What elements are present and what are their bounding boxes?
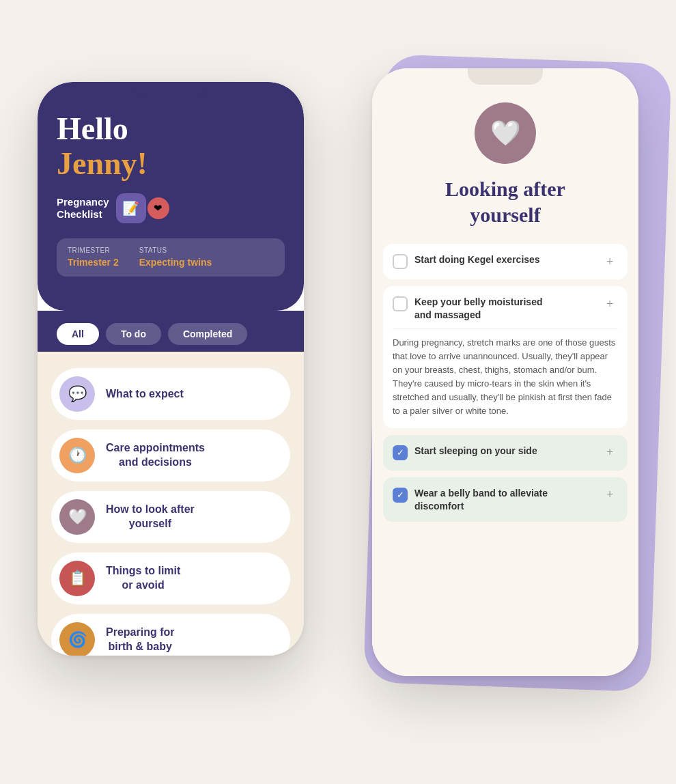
filter-row: All To do Completed [38,311,304,352]
checklist-label: Pregnancy Checklist [57,196,109,221]
category-preparing-for-birth[interactable]: 🌀 Preparing forbirth & baby [51,614,290,656]
belly-expand-button[interactable]: + [602,296,618,312]
category-care-appointments[interactable]: 🕐 Care appointmentsand decisions [51,430,290,481]
item-belly-band: ✓ Wear a belly band to alleviatediscomfo… [383,477,628,522]
kegel-label: Start doing Kegel exercises [414,253,595,266]
status-card: TRIMESTER Trimester 2 STATUS Expecting t… [57,238,285,277]
preparing-label: Preparing forbirth & baby [106,626,174,654]
greeting-hello: Hello [57,112,285,147]
item-kegel: Start doing Kegel exercises + [383,244,628,279]
checklist-label-text: Pregnancy Checklist [57,196,109,221]
status-item: STATUS Expecting twins [139,247,212,268]
look-after-label: How to look afteryourself [106,503,195,531]
trimester-value: Trimester 2 [68,257,119,268]
phone-left: Hello Jenny! Pregnancy Checklist 📝 ❤ TRI… [38,82,304,656]
belly-band-expand-button[interactable]: + [602,487,618,503]
preparing-icon: 🌀 [59,622,95,656]
item-kegel-row: Start doing Kegel exercises + [393,253,618,270]
checklist-row: Pregnancy Checklist 📝 ❤ [57,193,285,223]
phone-right: 🤍 Looking afteryourself Start doing Kege… [372,68,638,676]
item-belly-band-row: ✓ Wear a belly band to alleviatediscomfo… [393,487,618,513]
filter-completed-button[interactable]: Completed [168,323,247,345]
sleeping-checkbox[interactable]: ✓ [393,445,408,460]
belly-band-label: Wear a belly band to alleviatediscomfort [414,487,595,513]
filter-todo-button[interactable]: To do [106,323,161,345]
care-appointments-icon: 🕐 [59,438,95,473]
item-belly-moisturised: Keep your belly moisturisedand massaged … [383,286,628,428]
look-after-icon: 🤍 [59,499,95,535]
trimester-item: TRIMESTER Trimester 2 [68,247,119,268]
things-to-limit-label: Things to limitor avoid [106,564,180,593]
item-sleeping-row: ✓ Start sleeping on your side + [393,445,618,461]
category-what-to-expect[interactable]: 💬 What to expect [51,368,290,420]
category-things-to-limit[interactable]: 📋 Things to limitor avoid [51,552,290,604]
category-list: 💬 What to expect 🕐 Care appointmentsand … [38,352,304,656]
category-how-to-look-after[interactable]: 🤍 How to look afteryourself [51,491,290,543]
sleeping-label: Start sleeping on your side [414,445,595,458]
belly-checkbox[interactable] [393,296,408,311]
status-value: Expecting twins [139,257,212,268]
right-hero-icon: 🤍 [475,102,536,164]
kegel-expand-button[interactable]: + [602,253,618,270]
right-title: Looking afteryourself [418,176,593,227]
status-label: STATUS [139,247,212,254]
left-inner: Hello Jenny! Pregnancy Checklist 📝 ❤ TRI… [38,82,304,656]
item-sleeping-side: ✓ Start sleeping on your side + [383,435,628,471]
belly-detail-text: During pregnancy, stretch marks are one … [393,328,618,419]
care-appointments-label: Care appointmentsand decisions [106,441,205,470]
what-to-expect-label: What to expect [106,387,184,402]
scene: Hello Jenny! Pregnancy Checklist 📝 ❤ TRI… [0,0,676,784]
what-to-expect-icon: 💬 [59,376,95,412]
belly-band-checkbox[interactable]: ✓ [393,488,408,503]
left-notch [133,82,208,98]
right-inner: 🤍 Looking afteryourself Start doing Kege… [372,68,638,676]
item-belly-row: Keep your belly moisturisedand massaged … [393,296,618,322]
kegel-checkbox[interactable] [393,254,408,269]
trimester-label: TRIMESTER [68,247,119,254]
sleeping-expand-button[interactable]: + [602,445,618,461]
belly-label: Keep your belly moisturisedand massaged [414,296,595,322]
checklist-icon: 📝 [116,193,146,223]
greeting-name: Jenny! [57,147,285,182]
filter-all-button[interactable]: All [57,323,99,345]
emoji-badge: ❤ [147,197,169,219]
checklist-items: Start doing Kegel exercises + Keep your … [372,244,638,522]
left-header: Hello Jenny! Pregnancy Checklist 📝 ❤ TRI… [38,82,304,311]
things-to-limit-icon: 📋 [59,561,95,596]
right-notch [468,68,543,85]
